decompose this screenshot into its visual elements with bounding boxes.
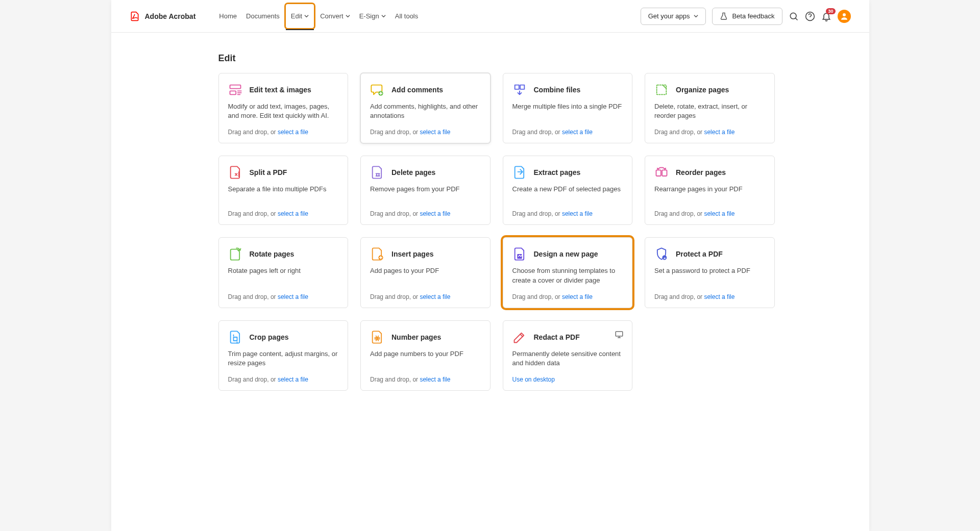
get-apps-button[interactable]: Get your apps [641,8,706,25]
card-title: Redact a PDF [534,333,580,341]
nav-item-documents[interactable]: Documents [243,7,283,25]
select-file-link[interactable]: select a file [420,210,450,217]
select-file-link[interactable]: select a file [704,293,734,300]
card-footer: Drag and drop, or select a file [512,210,623,217]
card-title: Number pages [391,333,441,341]
select-file-link[interactable]: select a file [704,129,734,136]
card-organize-pages[interactable]: Organize pagesDelete, rotate, extract, i… [645,73,775,143]
card-desc: Separate a file into multiple PDFs [228,185,339,194]
svg-point-0 [790,13,796,19]
card-number-pages[interactable]: Number pagesAdd page numbers to your PDF… [360,320,491,391]
card-delete-pages[interactable]: Delete pagesRemove pages from your PDFDr… [360,156,491,225]
nav-item-e-sign[interactable]: E-Sign [356,7,389,25]
drag-text: Drag and drop, or [228,376,278,383]
beta-feedback-button[interactable]: Beta feedback [712,8,782,25]
svg-rect-9 [657,85,667,95]
reorder-icon [654,165,669,180]
select-file-link[interactable]: select a file [420,376,450,383]
nav-item-edit[interactable]: Edit [286,4,314,28]
search-icon[interactable] [789,11,799,21]
card-footer: Drag and drop, or select a file [228,376,339,383]
card-desc: Delete, rotate, extract, insert, or reor… [654,102,765,120]
drag-text: Drag and drop, or [654,210,704,217]
card-footer: Drag and drop, or select a file [654,210,765,217]
drag-text: Drag and drop, or [370,293,420,300]
use-on-desktop-link[interactable]: Use on desktop [512,376,555,383]
drag-text: Drag and drop, or [654,293,704,300]
card-head: Extract pages [512,165,623,180]
card-reorder-pages[interactable]: Reorder pagesRearrange pages in your PDF… [645,156,775,225]
card-title: Reorder pages [676,168,726,176]
rotate-icon [228,247,242,261]
notif-badge: 30 [826,8,835,14]
card-title: Insert pages [391,250,433,258]
card-redact-pdf[interactable]: Redact a PDFPermanently delete sensitive… [503,320,633,391]
card-title: Protect a PDF [676,250,723,258]
chevron-down-icon [346,12,350,20]
card-head: Delete pages [370,165,481,180]
select-file-link[interactable]: select a file [278,376,308,383]
nav-label: Convert [320,12,344,20]
number-icon [370,330,384,344]
brand-name: Adobe Acrobat [145,12,196,20]
card-split-pdf[interactable]: Split a PDFSeparate a file into multiple… [218,156,349,225]
card-head: Number pages [370,330,481,344]
nav-label: Documents [246,12,280,20]
header: Adobe Acrobat HomeDocumentsEditConvertE-… [111,0,869,33]
svg-rect-10 [656,170,661,176]
card-title: Organize pages [676,86,729,94]
drag-text: Drag and drop, or [654,129,704,136]
card-protect-pdf[interactable]: Protect a PDFSet a password to protect a… [645,237,775,308]
card-desc: Add pages to your PDF [370,266,481,275]
card-head: Crop pages [228,330,339,344]
card-desc: Trim page content, adjust margins, or re… [228,349,339,368]
select-file-link[interactable]: select a file [278,129,308,136]
notifications-icon[interactable]: 30 [821,11,831,21]
organize-icon [654,83,669,97]
card-title: Extract pages [534,168,581,176]
content: Edit Edit text & imagesModify or add tex… [111,33,869,411]
protect-icon [654,247,669,261]
brand[interactable]: Adobe Acrobat [130,11,196,21]
card-head: Split a PDF [228,165,339,180]
card-insert-pages[interactable]: Insert pagesAdd pages to your PDFDrag an… [360,237,491,308]
drag-text: Drag and drop, or [512,293,562,300]
nav-item-home[interactable]: Home [216,7,240,25]
svg-rect-11 [662,170,667,176]
card-footer: Drag and drop, or select a file [370,129,481,136]
nav-item-all-tools[interactable]: All tools [392,7,422,25]
select-file-link[interactable]: select a file [562,293,593,300]
card-head: Add comments [370,83,481,97]
card-head: Design a new page [512,247,623,261]
select-file-link[interactable]: select a file [562,129,593,136]
select-file-link[interactable]: select a file [278,293,308,300]
select-file-link[interactable]: select a file [562,210,593,217]
combine-icon [512,83,527,97]
card-footer: Drag and drop, or select a file [654,129,765,136]
card-extract-pages[interactable]: Extract pagesCreate a new PDF of selecte… [503,156,633,225]
card-head: Reorder pages [654,165,765,180]
card-design-page[interactable]: Design a new pageChoose from stunning te… [503,237,633,308]
avatar[interactable] [838,10,851,23]
help-icon[interactable] [805,11,815,21]
card-title: Crop pages [250,333,289,341]
card-footer: Drag and drop, or select a file [228,210,339,217]
page-title: Edit [218,53,849,64]
card-edit-text-images[interactable]: Edit text & imagesModify or add text, im… [218,73,349,143]
comments-icon [370,83,384,97]
nav-item-convert[interactable]: Convert [317,7,353,25]
header-right: Get your apps Beta feedback 30 [641,8,851,25]
svg-rect-4 [230,91,236,94]
card-add-comments[interactable]: Add commentsAdd comments, highlights, an… [360,73,491,143]
tools-grid: Edit text & imagesModify or add text, im… [218,73,775,391]
card-title: Edit text & images [250,86,311,94]
select-file-link[interactable]: select a file [420,293,450,300]
select-file-link[interactable]: select a file [420,129,450,136]
flask-icon [720,12,728,20]
select-file-link[interactable]: select a file [704,210,734,217]
select-file-link[interactable]: select a file [278,210,308,217]
card-rotate-pages[interactable]: Rotate pagesRotate pages left or rightDr… [218,237,349,308]
card-combine-files[interactable]: Combine filesMerge multiple files into a… [503,73,633,143]
card-title: Delete pages [391,168,435,176]
card-crop-pages[interactable]: Crop pagesTrim page content, adjust marg… [218,320,349,391]
